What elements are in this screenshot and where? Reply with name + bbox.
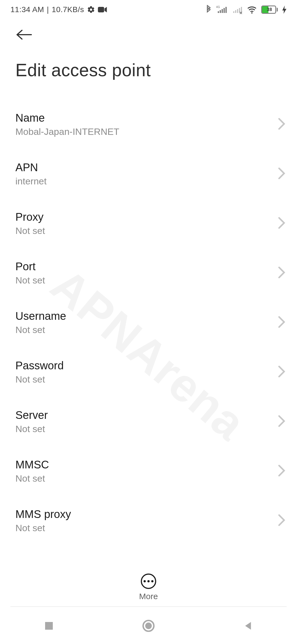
svg-point-14 xyxy=(251,12,253,14)
setting-label: Proxy xyxy=(15,211,45,223)
page-title: Edit access point xyxy=(0,42,297,80)
setting-value: Not set xyxy=(15,523,71,533)
svg-rect-5 xyxy=(224,8,225,13)
setting-label: APN xyxy=(15,161,46,174)
setting-row-port[interactable]: Port Not set xyxy=(0,252,297,294)
svg-rect-7 xyxy=(233,11,234,13)
setting-label: Password xyxy=(15,359,64,372)
setting-value: Not set xyxy=(15,424,48,434)
back-button[interactable] xyxy=(15,37,33,42)
setting-row-apn[interactable]: APN internet xyxy=(0,153,297,195)
setting-row-username[interactable]: Username Not set xyxy=(0,302,297,343)
chevron-right-icon xyxy=(278,514,285,527)
status-network-speed: 10.7KB/s xyxy=(52,5,84,14)
signal-no-sim-icon xyxy=(232,5,243,14)
svg-rect-6 xyxy=(226,7,227,13)
setting-row-mmsc[interactable]: MMSC Not set xyxy=(0,450,297,492)
setting-value: Not set xyxy=(15,374,64,385)
setting-row-password[interactable]: Password Not set xyxy=(0,351,297,393)
video-camera-icon xyxy=(98,6,107,13)
bluetooth-icon xyxy=(206,5,212,14)
svg-rect-16 xyxy=(45,622,53,630)
chevron-right-icon xyxy=(278,167,285,181)
status-time: 11:34 AM xyxy=(10,5,44,14)
battery-percent: 38 xyxy=(267,7,272,12)
setting-label: MMS proxy xyxy=(15,508,71,520)
content-divider xyxy=(10,606,287,607)
setting-value: Mobal-Japan-INTERNET xyxy=(15,126,119,137)
chevron-right-icon xyxy=(278,316,285,329)
more-horizontal-icon xyxy=(141,574,156,589)
android-nav-bar xyxy=(0,609,297,644)
setting-row-name[interactable]: Name Mobal-Japan-INTERNET xyxy=(0,103,297,145)
more-button[interactable]: More xyxy=(0,574,297,601)
svg-rect-8 xyxy=(235,10,236,13)
svg-text:4G: 4G xyxy=(216,6,220,9)
chevron-right-icon xyxy=(278,118,285,131)
setting-row-proxy[interactable]: Proxy Not set xyxy=(0,203,297,244)
gear-icon xyxy=(87,6,95,14)
setting-value: internet xyxy=(15,176,46,187)
setting-label: MMSC xyxy=(15,459,49,471)
nav-home-button[interactable] xyxy=(141,619,156,634)
setting-label: Server xyxy=(15,409,48,421)
more-label: More xyxy=(139,592,158,601)
wifi-icon xyxy=(247,6,257,14)
setting-row-mms-proxy[interactable]: MMS proxy Not set xyxy=(0,500,297,542)
chevron-right-icon xyxy=(278,415,285,428)
setting-value: Not set xyxy=(15,324,66,335)
setting-value: Not set xyxy=(15,225,45,236)
battery-icon: 38 xyxy=(261,6,278,14)
chevron-right-icon xyxy=(278,266,285,280)
setting-value: Not set xyxy=(15,473,49,484)
chevron-right-icon xyxy=(278,217,285,230)
nav-back-button[interactable] xyxy=(242,620,254,633)
signal-4g-icon: 4G xyxy=(216,5,227,14)
chevron-right-icon xyxy=(278,365,285,379)
setting-value: Not set xyxy=(15,275,45,286)
setting-row-server[interactable]: Server Not set xyxy=(0,401,297,443)
svg-point-18 xyxy=(145,623,152,629)
chevron-right-icon xyxy=(278,465,285,478)
setting-label: Name xyxy=(15,112,119,124)
charging-bolt-icon xyxy=(282,6,287,14)
svg-rect-9 xyxy=(237,9,238,13)
status-separator: | xyxy=(47,5,49,14)
svg-rect-2 xyxy=(218,11,219,13)
status-bar: 11:34 AM | 10.7KB/s 4G 38 xyxy=(0,0,297,14)
svg-rect-3 xyxy=(220,10,221,13)
svg-rect-0 xyxy=(98,7,104,12)
svg-rect-4 xyxy=(222,9,223,13)
setting-label: Username xyxy=(15,310,66,322)
apn-settings-list: Name Mobal-Japan-INTERNET APN internet P… xyxy=(0,80,297,542)
nav-recent-button[interactable] xyxy=(43,620,55,633)
setting-label: Port xyxy=(15,260,45,273)
